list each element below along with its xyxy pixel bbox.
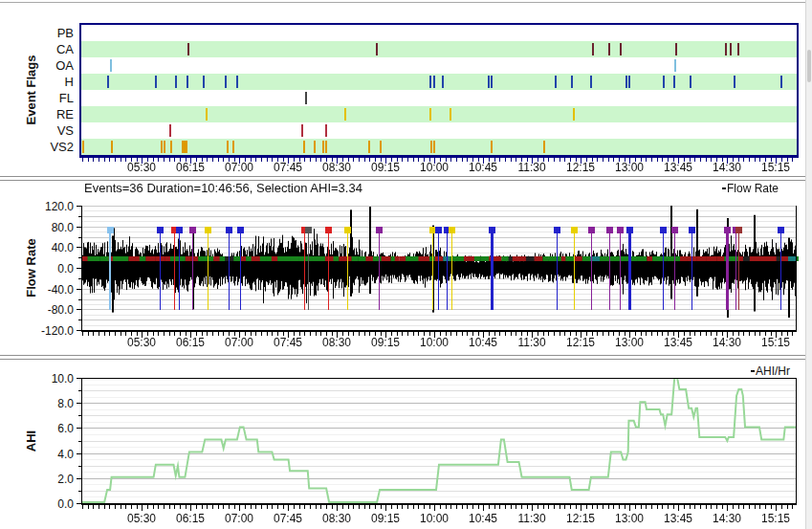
x-tick-label-1515: 15:15: [755, 162, 797, 173]
x-tick-label-1130: 11:30: [511, 162, 553, 173]
x-tick-label-1430: 14:30: [706, 337, 748, 348]
ahi-y-tick-10: 10.0: [32, 373, 74, 385]
x-tick-label-1000: 10:00: [413, 337, 455, 348]
ahi-y-tick-4: 4.0: [32, 449, 74, 460]
x-tick-label-1215: 12:15: [560, 162, 602, 173]
scrollbar-thumb[interactable]: [807, 50, 811, 82]
x-tick-label-1045: 10:45: [462, 513, 504, 524]
row-label-oa: OA: [32, 59, 74, 72]
x-tick-label-1045: 10:45: [462, 162, 504, 173]
ahi-y-tick-8: 8.0: [32, 398, 74, 409]
flow-y-tick--40: -40.0: [32, 284, 74, 296]
row-label-re: RE: [32, 108, 74, 121]
flow-y-tick-40: 40.0: [32, 242, 74, 253]
panel-splitter-bottom[interactable]: [0, 355, 812, 360]
x-tick-label-0745: 07:45: [267, 162, 309, 173]
top-divider: [0, 2, 812, 3]
flow-legend-dash-icon: [722, 187, 726, 189]
row-label-fl: FL: [32, 92, 74, 104]
x-tick-label-0530: 05:30: [121, 513, 163, 524]
x-tick-label-0530: 05:30: [121, 337, 163, 348]
row-label-pb: PB: [32, 27, 74, 39]
flow-y-tick--80: -80.0: [32, 304, 74, 316]
ahi-y-tick-0: 0.0: [32, 498, 74, 510]
sleep-analysis-window: Event Flags PBCAOAHFLREVSVS2 05:3006:150…: [0, 0, 812, 529]
row-label-vs: VS: [32, 124, 74, 137]
ahi-y-tick-6: 6.0: [32, 423, 74, 434]
x-tick-label-1300: 13:00: [608, 513, 650, 524]
x-tick-label-1300: 13:00: [608, 337, 650, 348]
x-tick-label-0830: 08:30: [316, 162, 358, 173]
row-label-h: H: [32, 76, 74, 88]
x-tick-label-0830: 08:30: [316, 337, 358, 348]
x-tick-label-0615: 06:15: [169, 337, 211, 348]
x-tick-label-0530: 05:30: [121, 162, 163, 173]
x-tick-label-0615: 06:15: [169, 162, 211, 173]
ahi-y-tick-2: 2.0: [32, 474, 74, 485]
x-tick-label-1130: 11:30: [511, 513, 553, 524]
x-tick-label-1045: 10:45: [462, 337, 504, 348]
x-tick-label-0915: 09:15: [364, 162, 406, 173]
x-tick-label-1345: 13:45: [657, 513, 699, 524]
right-scrollbar[interactable]: [805, 0, 812, 529]
ahi-legend: AHI/Hr: [751, 365, 790, 377]
x-tick-label-0915: 09:15: [364, 513, 406, 524]
x-tick-label-1130: 11:30: [511, 337, 553, 348]
x-tick-label-1345: 13:45: [657, 337, 699, 348]
x-tick-label-0830: 08:30: [316, 513, 358, 524]
flow-legend: Flow Rate: [722, 183, 779, 194]
x-tick-label-0700: 07:00: [218, 337, 260, 348]
flow-selection-summary: Events=36 Duration=10:46:56, Selection A…: [84, 182, 362, 194]
x-tick-label-0615: 06:15: [169, 513, 211, 524]
x-tick-label-1345: 13:45: [657, 162, 699, 173]
x-tick-label-0915: 09:15: [364, 337, 406, 348]
x-tick-label-1215: 12:15: [560, 513, 602, 524]
x-tick-label-1515: 15:15: [755, 337, 797, 348]
flow-y-tick-0: 0.0: [32, 263, 74, 275]
flow-y-tick--120: -120.0: [32, 325, 74, 337]
x-tick-label-0700: 07:00: [218, 162, 260, 173]
x-tick-label-1430: 14:30: [706, 162, 748, 173]
x-tick-label-1430: 14:30: [706, 513, 748, 524]
flow-y-tick-120: 120.0: [32, 201, 74, 212]
x-tick-label-1300: 13:00: [608, 162, 650, 173]
row-label-vs2: VS2: [32, 141, 74, 153]
row-label-ca: CA: [32, 43, 74, 55]
x-tick-label-1000: 10:00: [413, 162, 455, 173]
x-tick-label-0745: 07:45: [267, 337, 309, 348]
event-flags-plot[interactable]: [79, 23, 799, 165]
x-tick-label-0745: 07:45: [267, 513, 309, 524]
x-tick-label-1515: 15:15: [755, 513, 797, 524]
ahi-plot[interactable]: [74, 378, 799, 514]
flow-y-tick-80: 80.0: [32, 222, 74, 233]
x-tick-label-0700: 07:00: [218, 513, 260, 524]
flow-rate-plot[interactable]: [74, 206, 799, 340]
x-tick-label-1000: 10:00: [413, 513, 455, 524]
ahi-legend-dash-icon: [751, 370, 755, 372]
x-tick-label-1215: 12:15: [560, 337, 602, 348]
